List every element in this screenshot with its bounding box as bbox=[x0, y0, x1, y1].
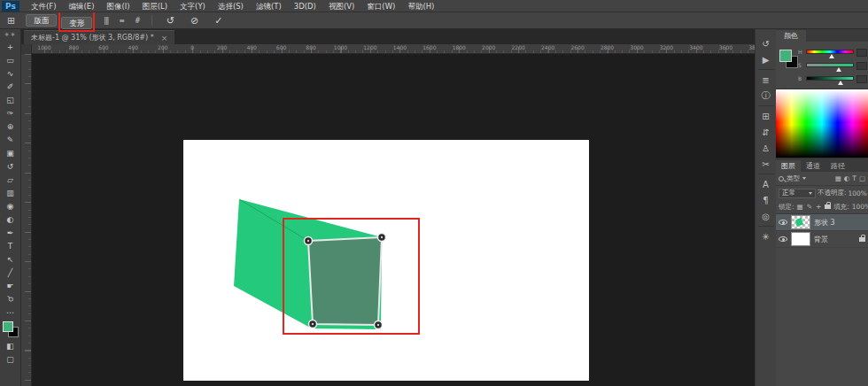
blend-mode-select[interactable]: 正常 bbox=[779, 189, 816, 198]
3d-panel-icon[interactable]: ✳ bbox=[762, 228, 769, 244]
character-styles-panel-icon[interactable]: ⊞ bbox=[762, 108, 769, 124]
opacity-value[interactable]: 100% bbox=[849, 189, 867, 197]
eraser-tool[interactable]: ▱ bbox=[0, 173, 21, 186]
fill-value[interactable]: 100% bbox=[852, 203, 868, 211]
tab-color[interactable]: 颜色 bbox=[776, 30, 806, 42]
gradient-tool[interactable]: ▥ bbox=[0, 186, 21, 199]
document-tab[interactable]: 未标题-1 @ 31% (形状 3, RGB/8#) * × bbox=[24, 30, 174, 44]
filter-type-layers-icon[interactable]: T bbox=[852, 174, 856, 182]
menu-view[interactable]: 视图(V) bbox=[322, 0, 360, 12]
actions-panel-icon[interactable]: ▶ bbox=[763, 51, 770, 67]
s-slider-track[interactable] bbox=[806, 63, 854, 67]
warp-quad-front-face[interactable] bbox=[308, 237, 382, 325]
lock-all-icon[interactable] bbox=[825, 205, 831, 209]
menu-type[interactable]: 文字(Y) bbox=[174, 0, 212, 12]
quick-mask-mode-icon[interactable]: ◧ bbox=[0, 339, 21, 352]
brush-tool[interactable]: ✎ bbox=[0, 133, 21, 146]
menu-image[interactable]: 图像(I) bbox=[101, 0, 136, 12]
layout-button[interactable]: 版面 bbox=[26, 14, 57, 27]
tool-presets-panel-icon[interactable]: ✂ bbox=[762, 156, 769, 172]
info-panel-icon[interactable]: ⓘ bbox=[762, 88, 771, 104]
filter-pixel-layers-icon[interactable]: ▦ bbox=[835, 174, 841, 182]
layer-thumbnail[interactable] bbox=[791, 232, 810, 246]
b-slider[interactable]: B bbox=[804, 73, 867, 86]
quick-selection-tool[interactable]: ✐ bbox=[0, 80, 21, 93]
move-tool[interactable]: + bbox=[0, 40, 21, 53]
clone-source-panel-icon[interactable]: ◎ bbox=[762, 208, 770, 224]
close-tab-icon[interactable]: × bbox=[161, 34, 168, 42]
menu-select[interactable]: 选择(S) bbox=[212, 0, 250, 12]
h-slider-marker[interactable] bbox=[829, 54, 834, 58]
layer-row[interactable]: 背景 bbox=[776, 231, 868, 248]
lock-position-icon[interactable]: + bbox=[816, 203, 821, 211]
spot-healing-brush-tool[interactable]: ⊕ bbox=[0, 120, 21, 133]
adjustments-panel-icon[interactable]: ⇵ bbox=[762, 124, 769, 140]
lock-image-pixels-icon[interactable]: ✎ bbox=[807, 203, 812, 211]
paragraph-panel-icon[interactable]: ¶ bbox=[763, 192, 768, 208]
tab-通道[interactable]: 通道 bbox=[801, 160, 825, 172]
blend-mode-value: 正常 bbox=[782, 189, 795, 197]
screen-mode-icon[interactable]: ▢ bbox=[0, 352, 21, 366]
commit-warp-icon[interactable]: ✓ bbox=[206, 15, 230, 27]
clone-stamp-tool[interactable]: ▣ bbox=[0, 146, 21, 159]
blur-tool[interactable]: ◉ bbox=[0, 199, 21, 212]
tools-panel-header-icon[interactable]: ∗∗ bbox=[4, 29, 17, 40]
pen-tool[interactable]: ✒ bbox=[0, 226, 21, 239]
auto-level-horizontal-button[interactable]: ≡ bbox=[113, 17, 129, 25]
layer-visibility-eye-icon[interactable] bbox=[779, 236, 787, 242]
options-bar: ⊞ 版面 变形 |||≡# ↺ ⊘ ✓ bbox=[0, 12, 868, 29]
marquee-tool[interactable]: ▭ bbox=[0, 53, 21, 66]
right-panel: 颜色 HSB 图层通道路径 类型 ▦◐T▢ 正常 不透明度: 100% 锁定: … bbox=[776, 29, 868, 386]
lock-icons: ▦✎+ bbox=[797, 203, 832, 211]
history-panel-icon[interactable]: ↺ bbox=[762, 35, 769, 51]
dodge-tool[interactable]: ◐ bbox=[0, 212, 21, 226]
menu-edit[interactable]: 编辑(E) bbox=[63, 0, 101, 12]
warp-button[interactable]: 变形 bbox=[61, 17, 92, 29]
auto-straighten-vertical-button[interactable]: ||| bbox=[98, 17, 113, 25]
layer-visibility-eye-icon[interactable] bbox=[779, 220, 787, 225]
b-slider-track[interactable] bbox=[806, 76, 854, 81]
auto-warp-both-button[interactable]: # bbox=[129, 17, 145, 25]
b-slider-marker[interactable] bbox=[838, 81, 843, 85]
menu-help[interactable]: 帮助(H) bbox=[401, 0, 440, 12]
lasso-tool[interactable]: ∿ bbox=[0, 66, 21, 80]
color-panel-foreground-swatch[interactable] bbox=[779, 50, 792, 62]
character-panel-icon[interactable]: A bbox=[763, 176, 769, 192]
libraries-panel-icon[interactable]: ♙ bbox=[762, 140, 770, 156]
color-swatches-widget[interactable] bbox=[3, 321, 19, 337]
eyedropper-tool[interactable]: ✑ bbox=[0, 106, 21, 120]
undo-warp-icon[interactable]: ↺ bbox=[159, 15, 182, 27]
properties-panel-icon[interactable]: ≣ bbox=[762, 72, 769, 88]
filter-adjustment-layers-icon[interactable]: ◐ bbox=[844, 174, 850, 182]
shape-tool[interactable]: ╱ bbox=[0, 266, 21, 279]
cancel-warp-icon[interactable]: ⊘ bbox=[182, 15, 206, 27]
menu-window[interactable]: 窗口(W) bbox=[360, 0, 401, 12]
b-slider-value-box[interactable] bbox=[856, 75, 867, 83]
type-tool[interactable]: T bbox=[0, 239, 21, 252]
path-selection-tool[interactable]: ↖ bbox=[0, 252, 21, 266]
s-slider-value-box[interactable] bbox=[856, 62, 867, 70]
s-slider[interactable]: S bbox=[804, 59, 867, 73]
tab-图层[interactable]: 图层 bbox=[776, 160, 801, 172]
lock-transparent-pixels-icon[interactable]: ▦ bbox=[797, 203, 803, 211]
layer-thumbnail[interactable] bbox=[791, 215, 810, 229]
ruler-label: 600 bbox=[98, 44, 108, 50]
menu-filter[interactable]: 滤镜(T) bbox=[250, 0, 288, 12]
filter-kind-label[interactable]: 类型 bbox=[787, 174, 800, 183]
menu-layer[interactable]: 图层(L) bbox=[136, 0, 174, 12]
color-spectrum-ramp[interactable] bbox=[776, 89, 868, 158]
crop-tool[interactable]: ◱ bbox=[0, 93, 21, 106]
search-icon bbox=[779, 176, 784, 181]
layer-row[interactable]: 形状 3 bbox=[776, 214, 868, 231]
menu-3d[interactable]: 3D(D) bbox=[288, 0, 322, 12]
warp-pin-bottom-right-dot bbox=[377, 324, 379, 326]
h-slider[interactable]: H bbox=[804, 46, 867, 59]
menu-items: 文件(F)编辑(E)图像(I)图层(L)文字(Y)选择(S)滤镜(T)3D(D)… bbox=[25, 0, 440, 12]
foreground-color-swatch[interactable] bbox=[3, 321, 13, 332]
menu-file[interactable]: 文件(F) bbox=[25, 0, 63, 12]
filter-shape-layers-icon[interactable]: ▢ bbox=[859, 174, 865, 182]
h-slider-value-box[interactable] bbox=[856, 49, 867, 57]
history-brush-tool[interactable]: ↺ bbox=[0, 159, 21, 173]
tab-路径[interactable]: 路径 bbox=[825, 160, 850, 172]
s-slider-marker[interactable] bbox=[836, 67, 841, 72]
